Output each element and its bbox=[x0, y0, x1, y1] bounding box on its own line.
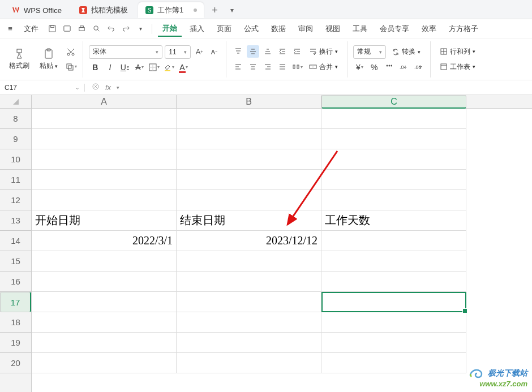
row-header[interactable]: 13 bbox=[0, 210, 31, 231]
redo-icon[interactable] bbox=[120, 23, 131, 35]
wrap-text-button[interactable]: 换行▾ bbox=[306, 45, 341, 58]
cut-button[interactable] bbox=[65, 46, 77, 58]
worksheet-button[interactable]: 工作表▾ bbox=[436, 61, 479, 74]
btn-label: 合并 bbox=[319, 62, 333, 72]
align-right-button[interactable] bbox=[261, 61, 274, 73]
rows-cols-button[interactable]: 行和列▾ bbox=[436, 45, 479, 58]
convert-button[interactable]: 转换▾ bbox=[388, 45, 424, 58]
increase-font-button[interactable]: A+ bbox=[193, 46, 205, 58]
merge-cells-button[interactable]: 合并▾ bbox=[306, 61, 341, 74]
border-button[interactable]: ▾ bbox=[148, 61, 160, 74]
menu-page[interactable]: 页面 bbox=[212, 21, 236, 36]
svg-rect-20 bbox=[165, 70, 170, 71]
align-left-button[interactable] bbox=[232, 61, 244, 73]
font-size-select[interactable]: 11▾ bbox=[165, 45, 191, 59]
app-tab-template[interactable]: 找稻壳模板 bbox=[72, 2, 135, 18]
cell-A14[interactable]: 2022/3/1 bbox=[32, 231, 177, 251]
col-header-B[interactable]: B bbox=[177, 95, 321, 108]
print-icon[interactable] bbox=[76, 23, 87, 35]
menu-start[interactable]: 开始 bbox=[158, 21, 182, 37]
cell-B13[interactable]: 结束日期 bbox=[177, 210, 321, 231]
swirl-icon bbox=[469, 368, 483, 379]
save-icon[interactable] bbox=[46, 23, 58, 35]
distribute-button[interactable]: ▾ bbox=[291, 61, 303, 73]
col-header-A[interactable]: A bbox=[32, 95, 177, 108]
cell-A13[interactable]: 开始日期 bbox=[32, 210, 177, 231]
decrease-decimal-button[interactable]: .0 bbox=[397, 61, 410, 74]
app-tab-workbook[interactable]: S 工作簿1 bbox=[138, 2, 204, 18]
menu-efficiency[interactable]: 效率 bbox=[417, 21, 441, 36]
col-header-C[interactable]: C bbox=[321, 95, 466, 109]
italic-button[interactable]: I bbox=[104, 61, 116, 74]
menu-ffgz[interactable]: 方方格子 bbox=[444, 21, 483, 36]
cancel-icon[interactable] bbox=[92, 83, 100, 93]
align-justify-button[interactable] bbox=[276, 61, 289, 73]
strikethrough-button[interactable]: A▾ bbox=[133, 61, 145, 74]
name-box[interactable]: C17 ⌄ bbox=[0, 84, 85, 92]
menu-review[interactable]: 审阅 bbox=[294, 21, 318, 36]
menu-tools[interactable]: 工具 bbox=[348, 21, 372, 36]
row-header[interactable]: 9 bbox=[0, 129, 31, 149]
app-tab-wps[interactable]: WPS Office bbox=[5, 3, 68, 18]
row-header[interactable]: 17 bbox=[0, 292, 31, 312]
indent-decrease-button[interactable] bbox=[276, 45, 289, 58]
undo-icon[interactable] bbox=[105, 23, 117, 35]
menu-formula[interactable]: 公式 bbox=[239, 21, 263, 36]
bold-button[interactable]: B bbox=[89, 61, 101, 74]
preview-icon[interactable] bbox=[91, 23, 102, 35]
fx-icon[interactable]: fx bbox=[105, 83, 111, 92]
increase-decimal-button[interactable]: .00 bbox=[412, 61, 424, 74]
decrease-font-button[interactable]: A− bbox=[208, 46, 220, 58]
row-header[interactable]: 18 bbox=[0, 312, 31, 333]
app-tab-label: WPS Office bbox=[24, 6, 62, 15]
indent-increase-button[interactable] bbox=[291, 45, 303, 58]
cell-C13[interactable]: 工作天数 bbox=[321, 210, 466, 231]
add-tab-button[interactable]: + bbox=[207, 5, 222, 16]
fill-color-button[interactable]: ▾ bbox=[162, 61, 175, 74]
menu-member[interactable]: 会员专享 bbox=[375, 21, 414, 36]
align-bottom-button[interactable] bbox=[261, 45, 274, 58]
font-color-button[interactable]: A▾ bbox=[177, 61, 190, 74]
quick-menu-caret-icon[interactable]: ▾ bbox=[135, 23, 146, 35]
font-select[interactable]: 宋体▾ bbox=[89, 45, 162, 59]
align-center-button[interactable] bbox=[247, 61, 259, 73]
row-header[interactable]: 8 bbox=[0, 109, 31, 129]
align-middle-button[interactable] bbox=[247, 45, 259, 58]
copy-button[interactable]: ▾ bbox=[65, 61, 77, 73]
menu-file[interactable]: 文件 bbox=[19, 21, 43, 36]
underline-button[interactable]: U▾ bbox=[118, 61, 131, 74]
row-header[interactable]: 20 bbox=[0, 353, 31, 373]
group-align: 换行▾ ▾ 合并▾ bbox=[232, 41, 347, 77]
currency-button[interactable]: ¥▾ bbox=[353, 61, 366, 74]
app-tab-label: 找稻壳模板 bbox=[91, 5, 128, 15]
tab-menu-button[interactable]: ▾ bbox=[226, 6, 238, 14]
comma-style-button[interactable] bbox=[383, 61, 395, 74]
new-icon[interactable] bbox=[61, 23, 72, 35]
menu-insert[interactable]: 插入 bbox=[185, 21, 209, 36]
row-header[interactable]: 19 bbox=[0, 333, 31, 353]
number-format-select[interactable]: 常规▾ bbox=[353, 45, 386, 59]
svg-rect-6 bbox=[79, 28, 84, 31]
row-header[interactable]: 15 bbox=[0, 251, 31, 272]
menu-view[interactable]: 视图 bbox=[321, 21, 345, 36]
svg-rect-5 bbox=[63, 26, 70, 31]
row-header[interactable]: 14 bbox=[0, 231, 31, 251]
row-header[interactable]: 11 bbox=[0, 170, 31, 190]
row-header[interactable]: 12 bbox=[0, 190, 31, 210]
fx-caret-icon[interactable]: ▾ bbox=[117, 85, 119, 91]
cell-grid[interactable]: 开始日期 结束日期 工作天数 2022/3/1 2023/12/12 bbox=[32, 109, 466, 392]
group-font: 宋体▾ 11▾ A+ A− B I U▾ A▾ ▾ ▾ A▾ bbox=[89, 41, 226, 77]
cell-C14[interactable] bbox=[321, 231, 466, 251]
percent-button[interactable]: % bbox=[368, 61, 380, 74]
paste-button[interactable]: 粘贴 ▾ bbox=[36, 45, 61, 73]
cell-B14[interactable]: 2023/12/12 bbox=[177, 231, 321, 251]
btn-label: 格式刷 bbox=[9, 61, 29, 71]
menu-data[interactable]: 数据 bbox=[267, 21, 290, 36]
format-painter-button[interactable]: 格式刷 bbox=[6, 45, 33, 73]
row-header[interactable]: 16 bbox=[0, 272, 31, 292]
row-header[interactable]: 10 bbox=[0, 149, 31, 170]
svg-rect-50 bbox=[293, 65, 295, 68]
align-top-button[interactable] bbox=[232, 45, 244, 58]
hamburger-icon[interactable]: ≡ bbox=[5, 23, 16, 35]
select-all-corner[interactable] bbox=[0, 95, 32, 108]
